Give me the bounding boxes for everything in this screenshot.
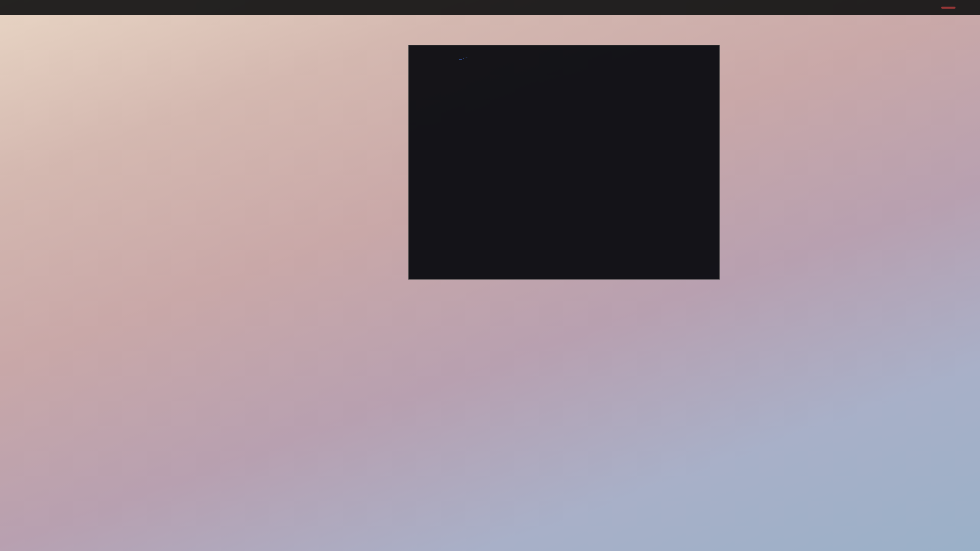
disconnected-status	[941, 7, 955, 9]
neofetch-ascii-art: _.-	[413, 55, 525, 280]
neofetch-content: _.-	[409, 51, 719, 280]
topbar-right	[941, 7, 976, 9]
desktop: _.-	[0, 0, 980, 551]
terminal-neofetch: _.-	[408, 45, 720, 280]
topbar	[0, 0, 980, 15]
